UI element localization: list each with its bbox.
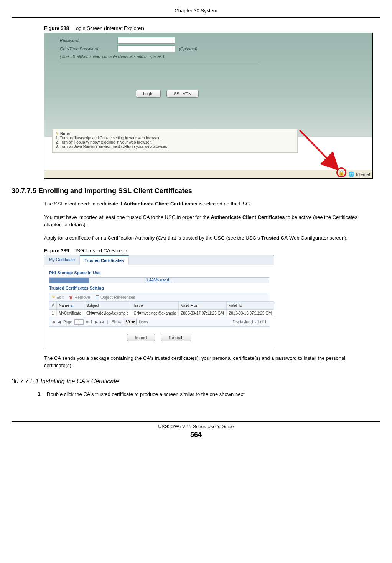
rule-bottom: [12, 421, 380, 422]
pki-fill: [49, 278, 89, 283]
p2b: Authenticate Client Certificates: [211, 214, 285, 220]
toolbar-edit[interactable]: ✎Edit: [52, 295, 64, 300]
col-valid-to[interactable]: Valid To: [226, 302, 274, 310]
cell-subject: CN=mydevice@example: [84, 310, 131, 317]
step-1-text: Double click the CA's trusted certificat…: [47, 391, 373, 398]
toolbar-remove-label: Remove: [74, 295, 90, 300]
col-issuer[interactable]: Issuer: [131, 302, 178, 310]
toolbar-object-ref[interactable]: ☰Object References: [96, 295, 135, 300]
step-1: 1 Double click the CA's trusted certific…: [38, 391, 373, 398]
p1c: is selected on the USG.: [198, 201, 251, 207]
figure388-caption: Figure 388 Login Screen (Internet Explor…: [44, 25, 380, 31]
ca-table-header-row: # Name ▲ Subject Issuer Valid From Valid…: [49, 302, 274, 310]
para-3: Apply for a certificate from a Certifica…: [44, 235, 373, 242]
ca-tabs: My Certificate Trusted Certificates: [44, 255, 274, 265]
pager-page-input[interactable]: [74, 319, 84, 325]
note-line1: 1. Turn on Javascript and Cookie setting…: [56, 136, 294, 140]
col-subject[interactable]: Subject: [84, 302, 131, 310]
tab-my-certificate[interactable]: My Certificate: [44, 255, 80, 265]
ie-zone: Internet: [356, 172, 370, 177]
step-1-number: 1: [38, 391, 47, 398]
page-footer: USG20(W)-VPN Series User's Guide 564: [12, 421, 380, 439]
pki-used-label: 1.426% used...: [146, 278, 172, 282]
otp-optional: (Optional): [179, 46, 197, 51]
pager-next-icon[interactable]: ▶: [95, 320, 98, 324]
figure389-title: USG Trusted CA Screen: [73, 248, 127, 253]
footer-guide: USG20(W)-VPN Series User's Guide: [12, 424, 380, 429]
note-line2: 2. Turn off Popup Window Blocking in you…: [56, 140, 294, 144]
figure389-prefix: Figure 389: [44, 248, 69, 253]
toolbar-remove[interactable]: 🗑Remove: [69, 295, 90, 300]
pager-show-label: Show: [112, 320, 121, 324]
toolbar-objref-label: Object References: [100, 295, 135, 300]
cell-from: 2009-03-17 07:11:25 GM: [178, 310, 226, 317]
col-name-label: Name: [59, 303, 69, 308]
note-line3: 3. Turn on Java Runtime Environment (JRE…: [56, 144, 294, 149]
pager-page-label: Page: [63, 320, 72, 324]
pager-show-select[interactable]: 50: [124, 319, 137, 325]
remove-icon: 🗑: [69, 295, 73, 300]
pager-of: of 1: [86, 320, 92, 324]
pki-section-label: PKI Storage Space in Use: [49, 270, 269, 275]
login-form: Password: One-Time Password: (Optional) …: [60, 36, 275, 98]
p3c: Web Configurator screen).: [288, 235, 348, 241]
pki-bar: 1.426% used...: [49, 277, 269, 283]
pager-last-icon[interactable]: ⏭: [100, 320, 104, 324]
import-button[interactable]: Import: [127, 334, 155, 341]
toolbar-edit-label: Edit: [56, 295, 64, 300]
refresh-button[interactable]: Refresh: [161, 334, 192, 341]
col-num[interactable]: #: [49, 302, 57, 310]
ca-footer-buttons: Import Refresh: [49, 334, 269, 344]
sort-icon: ▲: [70, 304, 73, 308]
globe-icon: 🌐: [348, 171, 354, 177]
col-valid-from[interactable]: Valid From: [178, 302, 226, 310]
lock-icon: 🔒: [338, 170, 344, 176]
trusted-setting-label: Trusted Certificates Setting: [49, 286, 269, 290]
p1b: Authenticate Client Certificates: [124, 201, 198, 207]
note-icon: ✎: [56, 132, 59, 136]
login-button[interactable]: Login: [136, 90, 161, 98]
ca-inner: PKI Storage Space in Use 1.426% used... …: [44, 265, 274, 349]
cell-num: 1: [49, 310, 57, 317]
cell-name: MyCertificate: [56, 310, 84, 317]
para-2: You must have imported at least one trus…: [44, 214, 373, 229]
figure389-box: My Certificate Trusted Certificates PKI …: [44, 255, 274, 349]
figure388-box: Password: One-Time Password: (Optional) …: [44, 33, 373, 179]
ca-pager: ⏮ ◀ Page of 1 ▶ ⏭ | Show 50 items Displa…: [49, 317, 269, 327]
footer-page: 564: [12, 431, 380, 439]
p3a: Apply for a certificate from a Certifica…: [44, 235, 261, 241]
chapter-header: Chapter 30 System: [12, 8, 380, 13]
rule-top: [12, 17, 380, 18]
pager-items-label: items: [139, 320, 148, 324]
p3b: Trusted CA: [261, 235, 288, 241]
note-box: ✎Note: 1. Turn on Javascript and Cookie …: [52, 129, 298, 153]
lock-callout-circle: 🔒: [336, 167, 346, 177]
note-header: Note:: [60, 132, 70, 136]
section-heading: 30.7.7.5 Enrolling and Importing SSL Cli…: [12, 187, 380, 195]
cell-to: 2012-03-16 07:11:25 GM: [226, 310, 274, 317]
p1a: The SSL client needs a certificate if: [44, 201, 124, 207]
col-name[interactable]: Name ▲: [56, 302, 84, 310]
ca-toolbar: ✎Edit 🗑Remove ☰Object References: [49, 293, 269, 301]
edit-icon: ✎: [52, 295, 55, 300]
para-1: The SSL client needs a certificate if Au…: [44, 200, 373, 208]
sslvpn-button[interactable]: SSL VPN: [166, 90, 199, 98]
p2a: You must have imported at least one trus…: [44, 214, 211, 220]
table-row[interactable]: 1 MyCertificate CN=mydevice@example CN=m…: [49, 310, 274, 317]
cell-issuer: CN=mydevice@example: [131, 310, 178, 317]
password-label: Password:: [60, 38, 117, 43]
ca-table: # Name ▲ Subject Issuer Valid From Valid…: [49, 301, 274, 317]
tab-trusted-certificates[interactable]: Trusted Certificates: [80, 255, 129, 265]
figure388-title: Login Screen (Internet Explorer): [73, 25, 144, 31]
otp-input[interactable]: [117, 45, 175, 52]
subsection-heading: 30.7.7.5.1 Installing the CA's Certifica…: [12, 378, 380, 385]
ie-status-bar: 🌐 Internet: [44, 170, 372, 178]
otp-label: One-Time Password:: [60, 46, 117, 51]
objref-icon: ☰: [96, 295, 99, 300]
pager-first-icon[interactable]: ⏮: [52, 320, 56, 324]
para-after389: The CA sends you a package containing th…: [44, 355, 373, 369]
password-input[interactable]: [117, 37, 175, 44]
pager-display: Displaying 1 - 1 of 1: [233, 320, 267, 324]
pager-prev-icon[interactable]: ◀: [58, 320, 61, 324]
figure389-caption: Figure 389 USG Trusted CA Screen: [44, 248, 380, 253]
